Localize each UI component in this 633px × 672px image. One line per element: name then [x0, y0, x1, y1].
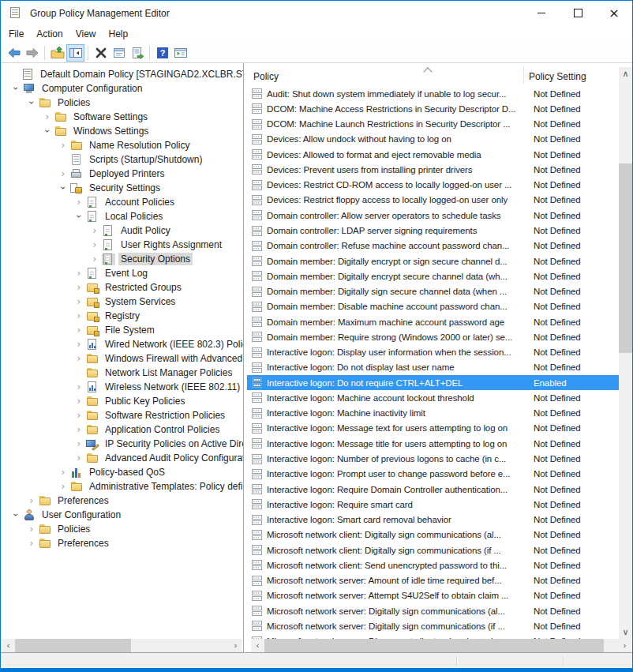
- up-one-level-icon[interactable]: [48, 44, 66, 62]
- chevron-icon[interactable]: [72, 197, 86, 207]
- scrollbar-track[interactable]: [264, 639, 618, 652]
- policy-row[interactable]: Domain member: Disable machine account p…: [247, 299, 619, 314]
- chevron-icon[interactable]: [24, 524, 39, 534]
- help-icon[interactable]: ?: [153, 44, 171, 62]
- policy-row[interactable]: Interactive logon: Machine account locko…: [247, 390, 619, 405]
- tree-item[interactable]: Scripts (Startup/Shutdown): [1, 152, 243, 167]
- policy-row[interactable]: Interactive logon: Number of previous lo…: [247, 451, 619, 466]
- delete-icon[interactable]: [92, 44, 110, 62]
- tree-item[interactable]: Software Restriction Policies: [1, 408, 243, 422]
- policy-row[interactable]: Microsoft network server: Attempt S4U2Se…: [247, 588, 619, 603]
- chevron-icon[interactable]: [24, 98, 39, 107]
- column-divider[interactable]: [523, 66, 524, 84]
- policy-row[interactable]: Audit: Shut down system immediately if u…: [247, 86, 619, 101]
- tree-item[interactable]: Public Key Policies: [1, 394, 243, 408]
- tree-item[interactable]: Computer Configuration: [1, 81, 243, 96]
- menu-action[interactable]: Action: [30, 25, 69, 43]
- tree-item[interactable]: Advanced Audit Policy Configuration: [1, 451, 243, 465]
- policy-row[interactable]: Devices: Allowed to format and eject rem…: [247, 147, 619, 162]
- policy-row[interactable]: Devices: Prevent users from installing p…: [247, 162, 619, 177]
- tree-item[interactable]: User Configuration: [1, 508, 243, 522]
- scrollbar-thumb[interactable]: [264, 639, 604, 652]
- policy-row[interactable]: Domain member: Digitally encrypt secure …: [247, 268, 619, 283]
- scroll-left-icon[interactable]: ‹: [2, 639, 15, 652]
- policy-row[interactable]: Microsoft network server: Digitally sign…: [247, 603, 619, 618]
- tree-item[interactable]: Name Resolution Policy: [1, 138, 243, 152]
- chevron-icon[interactable]: [72, 382, 86, 392]
- tree-item[interactable]: Restricted Groups: [1, 280, 243, 295]
- tree-item[interactable]: Deployed Printers: [1, 167, 243, 181]
- back-icon[interactable]: [5, 44, 23, 62]
- tree-item[interactable]: Windows Settings: [1, 124, 243, 138]
- tree-item[interactable]: Policies: [1, 96, 243, 110]
- policy-row[interactable]: Interactive logon: Smart card removal be…: [247, 512, 619, 527]
- policy-row[interactable]: Interactive logon: Message title for use…: [247, 436, 619, 451]
- chevron-icon[interactable]: [56, 183, 70, 193]
- policy-row[interactable]: Microsoft network client: Digitally sign…: [247, 527, 619, 542]
- chevron-icon[interactable]: [88, 240, 102, 250]
- chevron-icon[interactable]: [56, 482, 70, 491]
- scrollbar-track[interactable]: [619, 81, 632, 625]
- tree-item[interactable]: Application Control Policies: [1, 422, 243, 437]
- tree-item[interactable]: User Rights Assignment: [1, 238, 243, 252]
- chevron-icon[interactable]: [72, 453, 86, 463]
- policy-row[interactable]: DCOM: Machine Access Restrictions in Sec…: [247, 101, 619, 116]
- list-horizontal-scrollbar[interactable]: ‹ ›: [251, 639, 631, 652]
- chevron-icon[interactable]: [40, 126, 54, 136]
- scroll-down-icon[interactable]: ∨: [619, 625, 632, 639]
- tree-item[interactable]: Preferences: [1, 494, 243, 508]
- policy-row[interactable]: Interactive logon: Require smart card No…: [247, 497, 619, 512]
- policy-row[interactable]: Interactive logon: Message text for user…: [247, 421, 619, 436]
- menu-file[interactable]: File: [2, 25, 30, 43]
- forward-icon[interactable]: [23, 44, 41, 62]
- policy-row[interactable]: Interactive logon: Require Domain Contro…: [247, 482, 619, 497]
- tree-item[interactable]: Software Settings: [1, 110, 243, 124]
- policy-row[interactable]: Devices: Allow undock without having to …: [247, 132, 619, 147]
- policy-row[interactable]: Microsoft network client: Send unencrypt…: [247, 557, 619, 573]
- policy-row[interactable]: DCOM: Machine Launch Restrictions in Sec…: [247, 117, 619, 132]
- chevron-icon[interactable]: [72, 354, 86, 363]
- chevron-icon[interactable]: [40, 112, 54, 122]
- tree-item[interactable]: Security Options: [1, 252, 243, 266]
- tree-item[interactable]: Audit Policy: [1, 223, 243, 238]
- list-vertical-scrollbar[interactable]: ∧ ∨: [619, 67, 632, 639]
- tree-item[interactable]: Preferences: [1, 536, 243, 550]
- menu-help[interactable]: Help: [103, 25, 135, 43]
- tree-item[interactable]: Administrative Templates: Policy definit…: [1, 479, 243, 494]
- policy-row[interactable]: Devices: Restrict floppy access to local…: [247, 193, 619, 208]
- policy-row[interactable]: Interactive logon: Machine inactivity li…: [247, 406, 619, 421]
- chevron-icon[interactable]: [88, 226, 102, 235]
- export-list-icon[interactable]: [128, 44, 146, 62]
- scrollbar-track[interactable]: [15, 639, 229, 652]
- policy-row[interactable]: Domain member: Require strong (Windows 2…: [247, 329, 619, 344]
- chevron-icon[interactable]: [56, 467, 70, 477]
- tree-item[interactable]: File System: [1, 323, 243, 337]
- tree-item[interactable]: Policies: [1, 522, 243, 536]
- chevron-icon[interactable]: [56, 141, 70, 150]
- policy-row[interactable]: Domain member: Digitally sign secure cha…: [247, 283, 619, 298]
- tree-item[interactable]: Security Settings: [1, 181, 243, 195]
- chevron-icon[interactable]: [72, 297, 86, 306]
- policy-row[interactable]: Interactive logon: Do not display last u…: [247, 360, 619, 375]
- scroll-left-icon[interactable]: ‹: [251, 639, 264, 652]
- close-button[interactable]: ×: [596, 1, 632, 25]
- scroll-up-icon[interactable]: ∧: [619, 67, 632, 81]
- maximize-button[interactable]: [560, 1, 596, 25]
- tree-item[interactable]: Default Domain Policy [STAGINGAD2.XCLBR.…: [1, 67, 243, 81]
- tree-item[interactable]: Event Log: [1, 266, 243, 280]
- new-window-icon[interactable]: [171, 44, 189, 62]
- title-bar[interactable]: Group Policy Management Editor ×: [1, 1, 632, 25]
- scroll-right-icon[interactable]: ›: [229, 639, 242, 652]
- column-header-policy-setting[interactable]: Policy Setting: [529, 71, 586, 82]
- scrollbar-thumb[interactable]: [15, 639, 131, 652]
- tree-item[interactable]: Local Policies: [1, 209, 243, 223]
- chevron-icon[interactable]: [72, 411, 86, 420]
- policy-row[interactable]: Microsoft network server: Digitally sign…: [247, 618, 619, 633]
- chevron-icon[interactable]: [56, 169, 70, 178]
- tree-item[interactable]: IP Security Policies on Active Directory: [1, 437, 243, 451]
- tree-horizontal-scrollbar[interactable]: ‹ ›: [2, 639, 242, 652]
- chevron-icon[interactable]: [24, 496, 39, 505]
- tree-item[interactable]: Registry: [1, 309, 243, 323]
- scroll-right-icon[interactable]: ›: [618, 639, 631, 652]
- tree-item[interactable]: Windows Firewall with Advanced Security: [1, 351, 243, 366]
